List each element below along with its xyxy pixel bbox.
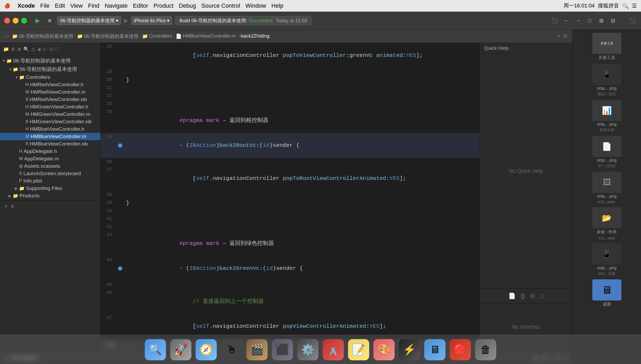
scheme-selector[interactable]: 06-导航控制器的基本使用 ▾: [57, 16, 121, 25]
issue-nav-icon[interactable]: ⚠: [31, 46, 35, 52]
tree-item-hmred-xib[interactable]: ▶ X HMRedViewController.xib: [0, 96, 100, 103]
find-nav-icon[interactable]: 🔍: [23, 46, 29, 52]
thumb-item-6[interactable]: 📱 snip....png ios1...试着: [574, 242, 640, 277]
breadcrumb-item-1[interactable]: 06-导航控制器的基本使用: [84, 33, 138, 39]
tree-item-appdelegate-m[interactable]: ▶ M AppDelegate.m: [0, 155, 100, 162]
menu-editor[interactable]: Editor: [133, 2, 148, 9]
apple-menu[interactable]: 🍎: [4, 3, 10, 9]
dock-terminal[interactable]: ⬛: [272, 339, 293, 360]
menu-window[interactable]: Window: [245, 2, 266, 9]
test-nav-icon[interactable]: ◈: [38, 46, 41, 52]
assistant-editor-button[interactable]: ⊞: [597, 16, 606, 25]
run-button[interactable]: ▶: [33, 16, 42, 25]
device-selector[interactable]: iPhone 6s Plus ▾: [131, 16, 172, 25]
symbol-nav-icon[interactable]: ⊕: [17, 46, 21, 52]
trash-dock-icon: 🗑: [480, 344, 491, 356]
breakpoints-nav-icon[interactable]: ⊙: [49, 46, 53, 52]
breadcrumb-item-3[interactable]: HMBlueViewController.m: [183, 33, 236, 39]
dock-launchpad[interactable]: 🚀: [170, 339, 191, 360]
tree-item-group[interactable]: ▼ 📁 06-导航控制器的基本使用: [0, 65, 100, 74]
inspector-square-icon[interactable]: □: [540, 293, 544, 299]
breakpoint-35[interactable]: [118, 143, 122, 148]
tree-item-products[interactable]: ▶ 📁 Products: [0, 192, 100, 199]
tree-item-hmgreen-m[interactable]: ▶ M HMGreenViewController.m: [0, 111, 100, 118]
breadcrumb-back-button[interactable]: ‹: [4, 33, 6, 39]
thumb-item-0[interactable]: 开发工具 开发工具: [574, 32, 640, 62]
dock-power[interactable]: ⚡: [399, 339, 420, 360]
breadcrumb-forward-button[interactable]: ›: [7, 33, 9, 39]
navigator-toggle-button[interactable]: ⬛: [550, 16, 559, 25]
menu-icon[interactable]: ☰: [632, 3, 637, 9]
dock-trash[interactable]: 🗑: [475, 339, 496, 360]
inspector-circle-icon[interactable]: ⊙: [530, 293, 535, 299]
tree-item-hmgreen-xib[interactable]: ▶ X HMGreenViewController.xib: [0, 118, 100, 125]
tree-item-supporting[interactable]: ▶ 📁 Supporting Files: [0, 185, 100, 192]
menu-edit[interactable]: Edit: [55, 2, 65, 9]
file-inspector-icon[interactable]: 📄: [508, 293, 516, 299]
add-navigator-button[interactable]: +: [4, 203, 8, 210]
tree-item-root[interactable]: ▼ 📁 06-导航控制器的基本使用: [0, 57, 100, 65]
add-file-button[interactable]: +: [557, 33, 560, 39]
inspector-toggle-button[interactable]: ⬛: [627, 16, 637, 25]
dock-record[interactable]: 🔴: [450, 339, 471, 360]
input-method[interactable]: 搜狐拼音: [598, 2, 619, 9]
refresh-button[interactable]: ↻: [563, 33, 568, 39]
source-control-icon[interactable]: ⊛: [11, 46, 15, 52]
dock-draw[interactable]: 🎨: [373, 339, 395, 360]
tree-item-controllers[interactable]: ▼ 📁 Controllers: [0, 74, 100, 81]
tree-item-launchscreen[interactable]: ▶ S LaunchScreen.storyboard: [0, 170, 100, 177]
tree-item-hmred-m[interactable]: ▶ M HMRedViewController.m: [0, 88, 100, 96]
dock-video[interactable]: 🎬: [246, 339, 268, 360]
dock-display[interactable]: 🖥: [424, 339, 445, 360]
menu-xcode[interactable]: Xcode: [17, 2, 35, 9]
tree-item-hmblue-xib[interactable]: ▶ X HMBlueViewController.xib: [0, 140, 100, 148]
menu-file[interactable]: File: [40, 2, 49, 9]
menu-help[interactable]: Help: [272, 2, 283, 9]
tree-item-hmred-h[interactable]: ▶ H HMRedViewController.h: [0, 81, 100, 88]
breakpoint-44[interactable]: [118, 266, 122, 271]
breadcrumb-item-4[interactable]: -back2Zhiding:: [239, 33, 270, 39]
tree-item-hmblue-m[interactable]: ▶ M HMBlueViewController.m: [0, 133, 100, 140]
thumb-item-4[interactable]: 🖼 snip....png KSI...aster: [574, 171, 640, 205]
tree-item-infoplist[interactable]: ▶ P Info.plist: [0, 177, 100, 185]
menu-source-control[interactable]: Source Control: [201, 2, 240, 9]
thumb-item-5[interactable]: 📂 未命···件夹 ZJL...etail: [574, 206, 640, 241]
standard-editor-button[interactable]: □: [585, 16, 594, 25]
menu-view[interactable]: View: [70, 2, 83, 9]
debug-nav-icon[interactable]: ▷: [43, 46, 47, 52]
menu-debug[interactable]: Debug: [179, 2, 196, 9]
menu-find[interactable]: Find: [88, 2, 100, 9]
thumb-item-2[interactable]: 📊 snip....png 车丹分享: [574, 99, 640, 134]
thumb-item-3[interactable]: 📄 snip....png 07-··(优化): [574, 135, 640, 170]
dock-finder[interactable]: 🔍: [145, 339, 166, 360]
menu-navigate[interactable]: Navigate: [105, 2, 128, 9]
quick-help-icon[interactable]: {}: [521, 293, 525, 299]
filter-button[interactable]: ≡: [11, 203, 14, 210]
folder-nav-icon[interactable]: 📁: [3, 46, 9, 52]
version-editor-button[interactable]: ⊟: [608, 16, 618, 25]
dock-prefs[interactable]: ⚙️: [297, 339, 318, 360]
tree-item-hmgreen-h[interactable]: ▶ H HMGreenViewController.h: [0, 103, 100, 111]
close-button[interactable]: [4, 18, 10, 24]
menu-product[interactable]: Product: [154, 2, 174, 9]
dock-mouse[interactable]: 🖱: [221, 339, 242, 360]
report-nav-icon[interactable]: □: [55, 46, 58, 52]
code-content[interactable]: 28 [self.navigationController popToViewC…: [101, 43, 480, 339]
thumb-item-7[interactable]: 🖥 桌面: [574, 278, 640, 308]
dock-safari[interactable]: 🧭: [196, 339, 217, 360]
dock-scissors[interactable]: ✂️: [323, 339, 344, 360]
breadcrumb-item-2[interactable]: Controllers: [149, 33, 172, 39]
display-icon: 🖥: [430, 344, 440, 356]
stop-button[interactable]: ■: [45, 16, 55, 25]
dock-notes[interactable]: 📝: [348, 339, 369, 360]
tree-item-assets[interactable]: ▶ ⊞ Assets.xcassets: [0, 162, 100, 170]
tree-item-hmblue-h[interactable]: ▶ H HMBlueViewController.h: [0, 125, 100, 133]
breadcrumb-item-0[interactable]: 06-导航控制器的基本使用: [19, 33, 73, 39]
tree-item-appdelegate-h[interactable]: ▶ H AppDelegate.h: [0, 148, 100, 155]
minimize-button[interactable]: [13, 18, 19, 24]
thumb-item-1[interactable]: 📱 snip....png 第13···业世: [574, 63, 640, 98]
back-button[interactable]: ←: [562, 16, 571, 25]
forward-button[interactable]: →: [573, 16, 583, 25]
search-icon[interactable]: 🔍: [622, 3, 629, 9]
maximize-button[interactable]: [21, 18, 27, 24]
